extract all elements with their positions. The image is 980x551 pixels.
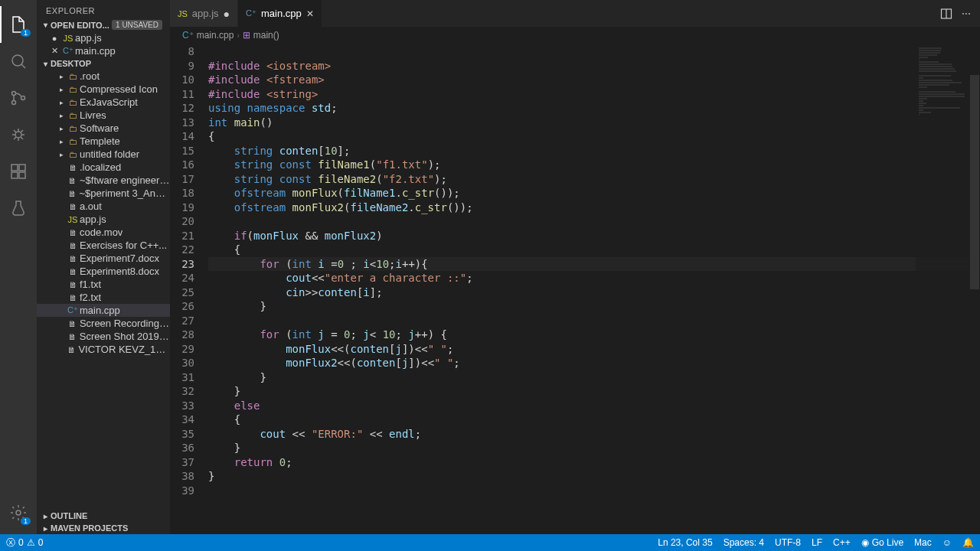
file-item[interactable]: 🗎Exercises for C++... xyxy=(37,239,170,252)
split-editor-icon[interactable] xyxy=(940,8,952,20)
folder-item[interactable]: ▸🗀Livres xyxy=(37,109,170,122)
breadcrumb-symbol: main() xyxy=(253,30,279,41)
tab-app-js[interactable]: JSapp.js● xyxy=(170,0,238,27)
extensions-icon[interactable] xyxy=(0,153,37,190)
tree-item-label: Templete xyxy=(80,135,120,147)
file-icon: 🗎 xyxy=(66,228,80,237)
svg-rect-6 xyxy=(11,172,18,178)
sidebar-title: EXPLORER xyxy=(37,0,170,18)
cpp-icon: C⁺ xyxy=(246,8,256,18)
svg-point-0 xyxy=(12,55,23,66)
folder-item[interactable]: ▸🗀ExJavaScript xyxy=(37,96,170,109)
chevron-down-icon: ▾ xyxy=(40,21,51,29)
status-lang[interactable]: C++ xyxy=(833,537,851,548)
open-editor-item[interactable]: ●JSapp.js xyxy=(37,31,170,44)
editor-body[interactable]: 8910111213141516171819202122232425262728… xyxy=(170,44,980,534)
folder-item[interactable]: ▸🗀Templete xyxy=(37,135,170,148)
tab-label: app.js xyxy=(192,8,219,19)
file-item[interactable]: 🗎~$ftware engineeri... xyxy=(37,174,170,187)
scroll-thumb[interactable] xyxy=(970,75,979,289)
file-item[interactable]: 🗎f1.txt xyxy=(37,278,170,291)
folder-item[interactable]: ▸🗀Software xyxy=(37,122,170,135)
svg-rect-5 xyxy=(11,165,18,171)
unsaved-badge: 1 UNSAVED xyxy=(112,20,162,30)
tab-main-cpp[interactable]: C⁺main.cpp✕ xyxy=(238,0,322,27)
file-item[interactable]: 🗎~$periment 3_Ansf... xyxy=(37,187,170,200)
open-editor-item[interactable]: ✕C⁺main.cpp xyxy=(37,44,170,57)
status-encoding[interactable]: UTF-8 xyxy=(775,537,801,548)
svg-point-1 xyxy=(12,92,16,96)
folder-icon: 🗀 xyxy=(66,124,80,133)
status-problems[interactable]: ⓧ0 ⚠0 xyxy=(6,536,43,549)
file-item[interactable]: 🗎Screen Recording ... xyxy=(37,317,170,330)
folder-item[interactable]: ▸🗀Compressed Icon xyxy=(37,83,170,96)
settings-icon[interactable]: 1 xyxy=(0,494,37,531)
chevron-right-icon: ▸ xyxy=(57,125,66,132)
test-icon[interactable] xyxy=(0,190,37,227)
status-bell-icon[interactable]: 🔔 xyxy=(962,537,974,548)
outline-label: OUTLINE xyxy=(51,511,87,520)
outline-header[interactable]: ▸ OUTLINE xyxy=(37,510,170,522)
status-cursor[interactable]: Ln 23, Col 35 xyxy=(658,537,712,548)
maven-header[interactable]: ▸ MAVEN PROJECTS xyxy=(37,522,170,534)
file-item[interactable]: 🗎Experiment7.docx xyxy=(37,252,170,265)
tab-label: main.cpp xyxy=(261,8,302,19)
chevron-right-icon: ▸ xyxy=(57,112,66,119)
file-item[interactable]: JSapp.js xyxy=(37,213,170,226)
chevron-right-icon: ▸ xyxy=(57,99,66,106)
folder-item[interactable]: ▸🗀untitled folder xyxy=(37,148,170,161)
file-item[interactable]: 🗎.localized xyxy=(37,161,170,174)
tree-item-label: f2.txt xyxy=(80,292,101,303)
sidebar: EXPLORER ▾ OPEN EDITO... 1 UNSAVED ●JSap… xyxy=(37,0,170,534)
workspace-label: DESKTOP xyxy=(51,59,91,68)
tree-item-label: ExJavaScript xyxy=(80,96,138,108)
close-icon[interactable]: ✕ xyxy=(306,8,314,19)
chevron-right-icon: ▸ xyxy=(57,86,66,93)
file-item[interactable]: C⁺main.cpp xyxy=(37,304,170,317)
svg-point-4 xyxy=(15,132,21,138)
search-icon[interactable] xyxy=(0,43,37,80)
tree-item-label: Livres xyxy=(80,109,106,121)
file-item[interactable]: 🗎Screen Shot 2019-... xyxy=(37,330,170,343)
status-mac[interactable]: Mac xyxy=(914,537,932,548)
debug-icon[interactable] xyxy=(0,116,37,153)
code-content[interactable]: #include <iostream>#include <fstream>#in… xyxy=(208,44,980,534)
tree-item-label: .localized xyxy=(80,161,121,173)
line-number-gutter: 8910111213141516171819202122232425262728… xyxy=(170,44,208,534)
status-eol[interactable]: LF xyxy=(812,537,822,548)
folder-icon: 🗀 xyxy=(66,150,80,159)
file-item[interactable]: 🗎a.out xyxy=(37,200,170,213)
status-spaces[interactable]: Spaces: 4 xyxy=(724,537,764,548)
chevron-right-icon: ▸ xyxy=(40,524,51,533)
scrollbar[interactable] xyxy=(969,44,980,534)
dirty-dot-icon: ● xyxy=(47,34,61,43)
breadcrumb[interactable]: C⁺ main.cpp › ⊞ main() xyxy=(170,27,980,44)
svg-point-3 xyxy=(21,96,25,100)
status-bar: ⓧ0 ⚠0 Ln 23, Col 35 Spaces: 4 UTF-8 LF C… xyxy=(0,534,980,551)
file-icon: 🗎 xyxy=(66,241,80,250)
open-editor-label: app.js xyxy=(75,32,102,44)
svg-point-2 xyxy=(12,101,16,105)
file-item[interactable]: 🗎code.mov xyxy=(37,226,170,239)
file-item[interactable]: 🗎VICTOR KEVZ_184... xyxy=(37,343,170,356)
status-feedback-icon[interactable]: ☺ xyxy=(942,537,952,548)
breadcrumb-file: main.cpp xyxy=(197,30,234,41)
minimap[interactable] xyxy=(916,44,969,534)
status-golive[interactable]: ◉Go Live xyxy=(861,537,903,548)
more-icon[interactable]: ⋯ xyxy=(962,8,971,19)
folder-icon: 🗀 xyxy=(66,85,80,94)
warning-icon: ⚠ xyxy=(27,537,35,548)
explorer-icon[interactable]: 1 xyxy=(0,6,37,43)
source-control-icon[interactable] xyxy=(0,80,37,116)
folder-item[interactable]: ▸🗀.root xyxy=(37,70,170,83)
close-icon[interactable]: ✕ xyxy=(47,46,61,56)
tree-item-label: Screen Shot 2019-... xyxy=(80,331,170,342)
open-editors-header[interactable]: ▾ OPEN EDITO... 1 UNSAVED xyxy=(37,18,170,31)
open-editor-label: main.cpp xyxy=(75,45,116,57)
file-item[interactable]: 🗎f2.txt xyxy=(37,291,170,304)
workspace-header[interactable]: ▾ DESKTOP xyxy=(37,57,170,70)
tree-item-label: Experiment7.docx xyxy=(80,253,159,264)
activity-bar: 1 1 xyxy=(0,0,37,534)
file-item[interactable]: 🗎Experiment8.docx xyxy=(37,265,170,278)
file-icon: 🗎 xyxy=(66,202,80,211)
